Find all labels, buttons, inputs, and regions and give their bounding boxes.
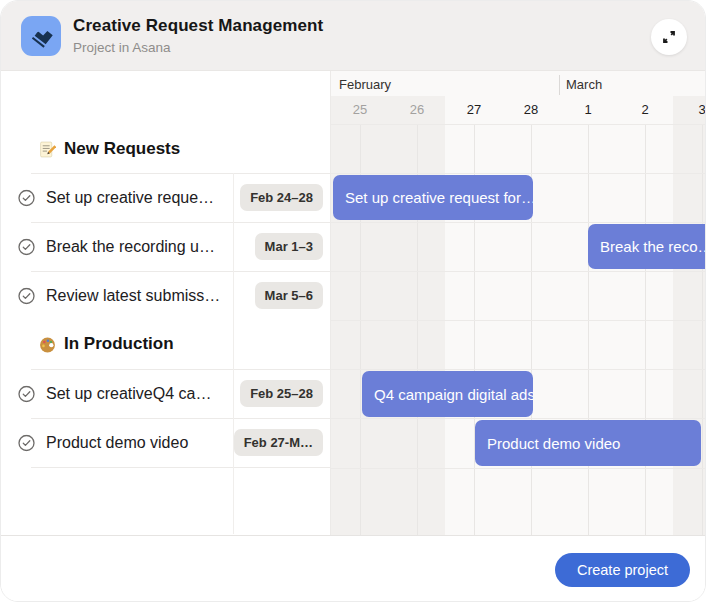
task-row[interactable]: Product demo video Feb 27-M… bbox=[1, 418, 331, 467]
task-name: Set up creativeQ4 ca… bbox=[46, 385, 211, 403]
month-label-march: March bbox=[566, 77, 602, 92]
gantt-bar[interactable]: Q4 campaign digital ads bbox=[362, 371, 533, 417]
weekend-shading bbox=[331, 96, 445, 535]
gantt-bar[interactable]: Product demo video bbox=[475, 420, 701, 466]
header-bar: Creative Request Management Project in A… bbox=[1, 1, 706, 71]
page-title: Creative Request Management bbox=[73, 16, 323, 36]
row-line bbox=[331, 222, 706, 223]
section-header-in-production: In Production bbox=[1, 320, 331, 368]
day-header-1: 1 bbox=[560, 96, 616, 124]
app-tile bbox=[21, 16, 61, 56]
task-name: Review latest submiss… bbox=[46, 287, 220, 305]
month-divider bbox=[559, 75, 560, 95]
month-label-february: February bbox=[339, 77, 391, 92]
day-header-3: 3 bbox=[674, 96, 706, 124]
check-circle-icon[interactable] bbox=[18, 238, 35, 255]
row-line bbox=[331, 320, 706, 321]
day-header-28: 28 bbox=[503, 96, 559, 124]
row-line bbox=[331, 124, 706, 125]
create-project-button[interactable]: Create project bbox=[555, 553, 690, 587]
expand-icon bbox=[661, 29, 677, 45]
row-line bbox=[331, 173, 706, 174]
check-circle-icon[interactable] bbox=[18, 189, 35, 206]
date-badge: Feb 24–28 bbox=[240, 184, 323, 211]
section-title: In Production bbox=[64, 334, 174, 354]
timeline-pane: February March 25 26 27 28 1 2 3 Set up … bbox=[331, 71, 706, 535]
row-line bbox=[331, 418, 706, 419]
date-badge: Mar 1–3 bbox=[255, 233, 323, 260]
day-header-2: 2 bbox=[617, 96, 673, 124]
grid-line bbox=[702, 124, 703, 535]
day-header-25: 25 bbox=[332, 96, 388, 124]
task-name: Set up creative reque… bbox=[46, 189, 214, 207]
check-circle-icon[interactable] bbox=[18, 287, 35, 304]
grid-line bbox=[645, 124, 646, 535]
check-circle-icon[interactable] bbox=[18, 385, 35, 402]
sneaker-icon bbox=[28, 23, 54, 49]
gantt-bar[interactable]: Break the reco… bbox=[588, 224, 706, 269]
task-name: Break the recording u… bbox=[46, 238, 215, 256]
row-line bbox=[331, 369, 706, 370]
palette-icon bbox=[39, 336, 56, 353]
row-line bbox=[331, 468, 706, 469]
row-separator bbox=[31, 467, 330, 468]
memo-icon bbox=[39, 141, 56, 158]
task-row[interactable]: Review latest submiss… Mar 5–6 bbox=[1, 271, 331, 320]
task-row[interactable]: Break the recording u… Mar 1–3 bbox=[1, 222, 331, 271]
gantt-bar[interactable]: Set up creative request for… bbox=[333, 175, 533, 220]
row-line bbox=[331, 271, 706, 272]
expand-button[interactable] bbox=[651, 19, 687, 55]
project-card: Creative Request Management Project in A… bbox=[0, 0, 706, 602]
task-row[interactable]: Set up creative reque… Feb 24–28 bbox=[1, 173, 331, 222]
task-name: Product demo video bbox=[46, 434, 188, 452]
date-badge: Feb 25–28 bbox=[240, 380, 323, 407]
section-header-new-requests: New Requests bbox=[1, 125, 331, 173]
page-subtitle: Project in Asana bbox=[73, 40, 171, 55]
grid-line bbox=[588, 124, 589, 535]
date-badge: Mar 5–6 bbox=[255, 282, 323, 309]
footer-bar: Create project bbox=[1, 535, 706, 602]
task-list-pane: New Requests Set up creative reque… Feb … bbox=[1, 71, 331, 535]
task-row[interactable]: Set up creativeQ4 ca… Feb 25–28 bbox=[1, 369, 331, 418]
day-header-26: 26 bbox=[389, 96, 445, 124]
check-circle-icon[interactable] bbox=[18, 434, 35, 451]
section-title: New Requests bbox=[64, 139, 180, 159]
day-header-27: 27 bbox=[446, 96, 502, 124]
date-badge: Feb 27-M… bbox=[234, 429, 323, 456]
main-area: February March 25 26 27 28 1 2 3 Set up … bbox=[1, 71, 706, 535]
